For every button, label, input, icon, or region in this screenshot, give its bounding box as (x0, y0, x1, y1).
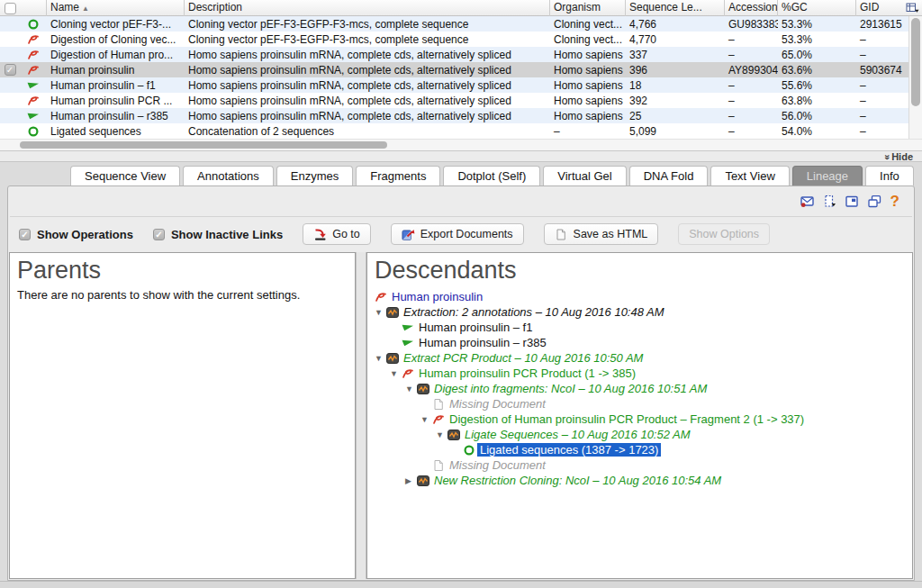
dock-window-button[interactable] (845, 194, 859, 208)
lineage-panes: Parents There are no parents to show wit… (8, 251, 914, 580)
tree-item-label: Human proinsulin – f1 (416, 321, 535, 334)
save-as-html-button[interactable]: Save as HTML (544, 223, 659, 245)
tab-text-view[interactable]: Text View (710, 166, 789, 185)
tree-item[interactable]: ▼Ligate Sequences – 10 Aug 2016 10:52 AM (371, 427, 908, 442)
row-checkbox[interactable]: ✓ (5, 64, 16, 76)
row-checkbox-cell[interactable] (0, 16, 20, 32)
tree-item-label: Extraction: 2 annotations – 10 Aug 2016 … (401, 305, 667, 319)
tree-item[interactable]: ▼Extract PCR Product – 10 Aug 2016 10:50… (371, 350, 908, 366)
tree-item-label: Human proinsulin PCR Product (1 -> 385) (416, 366, 638, 380)
tab-info[interactable]: Info (865, 166, 914, 185)
hide-bar: » Hide (0, 151, 922, 162)
row-checkbox-cell[interactable] (0, 77, 20, 93)
tree-item-icon-cell (447, 429, 462, 441)
tab-virtual-gel[interactable]: Virtual Gel (543, 166, 626, 185)
horizontal-scrollbar[interactable] (0, 139, 922, 150)
tree-item[interactable]: Human proinsulin – f1 (371, 320, 908, 335)
tree-item[interactable]: ▶New Restriction Cloning: NcoI – 10 Aug … (371, 473, 908, 488)
tree-item[interactable]: Ligated sequences (1387 -> 1723) (371, 442, 908, 457)
cell-name: Human proinsulin (47, 64, 185, 77)
row-checkbox-cell[interactable] (0, 47, 20, 62)
row-checkbox-cell[interactable]: ✓ (0, 62, 20, 77)
vertical-scrollbar[interactable] (908, 16, 922, 140)
column-settings-icon (906, 2, 919, 15)
cell-name: Cloning vector pEF-F3-... (47, 18, 185, 31)
column-header-name[interactable]: Name▲ (47, 0, 185, 16)
table-row[interactable]: Cloning vector pEF-F3-...Cloning vector … (0, 16, 922, 32)
table-row[interactable]: ✓Human proinsulinHomo sapiens proinsulin… (0, 62, 922, 77)
cell-gc: 63.8% (778, 95, 856, 107)
cell-description: Homo sapiens proinsulin mRNA, complete c… (185, 95, 550, 107)
cell-name: Ligated sequences (47, 125, 185, 138)
table-row[interactable]: Human proinsulin – r385Homo sapiens proi… (0, 108, 922, 123)
help-button[interactable]: ? (890, 193, 899, 211)
parents-title: Parents (10, 253, 355, 286)
tree-item[interactable]: ▼Human proinsulin PCR Product (1 -> 385) (371, 366, 908, 381)
hide-button[interactable]: Hide (891, 151, 913, 162)
horizontal-scrollbar-thumb[interactable] (20, 141, 387, 149)
checkbox-show-inactive-links[interactable]: ✓Show Inactive Links (153, 228, 283, 241)
cell-description: Cloning vector pEF-F3-EGFP-F3-mcs, compl… (185, 18, 550, 31)
expander-open-icon[interactable]: ▼ (375, 308, 386, 317)
duplicate-window-button[interactable] (868, 194, 881, 208)
column-header-description[interactable]: Description (185, 0, 550, 16)
header-icon-column (20, 0, 47, 16)
export-documents-button[interactable]: Export Documents (391, 223, 524, 245)
row-checkbox-cell[interactable] (0, 32, 20, 47)
table-row[interactable]: Digestion of Human pro...Homo sapiens pr… (0, 47, 922, 62)
tree-item[interactable]: ▼Digest into fragments: NcoI – 10 Aug 20… (371, 381, 908, 396)
lineage-toolbar: ✓Show Operations✓Show Inactive LinksGo t… (8, 217, 914, 251)
table-row[interactable]: Human proinsulin PCR ...Homo sapiens pro… (0, 93, 922, 108)
table-row[interactable]: Human proinsulin – f1Homo sapiens proins… (0, 77, 922, 93)
row-checkbox-cell[interactable] (0, 93, 20, 108)
column-header-length[interactable]: Sequence Le... (626, 0, 725, 16)
tree-item-icon-cell (402, 337, 416, 349)
expander-open-icon[interactable]: ▼ (436, 430, 447, 439)
tree-item[interactable]: ▼Extraction: 2 annotations – 10 Aug 2016… (371, 304, 908, 320)
linear-sequence-icon (27, 33, 40, 46)
tab-enzymes[interactable]: Enzymes (276, 166, 353, 185)
lineage-panel: ? ✓Show Operations✓Show Inactive LinksGo… (7, 185, 915, 581)
pane-divider[interactable] (356, 252, 366, 579)
column-header-gc[interactable]: %GC (778, 0, 856, 16)
tab-sequence-view[interactable]: Sequence View (70, 166, 180, 185)
row-checkbox-cell[interactable] (0, 123, 20, 139)
checkbox-box[interactable]: ✓ (153, 229, 165, 240)
cell-organism: Homo sapiens (550, 64, 626, 77)
expander-open-icon[interactable]: ▼ (390, 369, 402, 378)
column-settings-icon[interactable] (903, 1, 921, 15)
select-all-checkbox-cell[interactable] (0, 0, 20, 16)
vertical-scrollbar-thumb[interactable] (911, 18, 920, 106)
document-type-cell (20, 95, 47, 107)
column-header-accession[interactable]: Accession (725, 0, 778, 16)
checkbox-show-operations[interactable]: ✓Show Operations (19, 228, 133, 241)
tree-item[interactable]: Missing Document (371, 457, 908, 473)
table-row[interactable]: Digestion of Cloning vec...Cloning vecto… (0, 32, 922, 47)
parents-empty-message: There are no parents to show with the cu… (10, 286, 355, 303)
checkbox-box[interactable]: ✓ (19, 229, 31, 240)
tree-item-label: Ligated sequences (1387 -> 1723) (477, 443, 661, 457)
tree-item[interactable]: Missing Document (371, 396, 908, 412)
pin-document-button[interactable] (823, 194, 836, 208)
panel-icon-row: ? (10, 186, 912, 217)
tree-item[interactable]: ▼Digestion of Human proinsulin PCR Produ… (371, 412, 908, 427)
tab-dna-fold[interactable]: DNA Fold (629, 166, 709, 185)
expander-closed-icon[interactable]: ▶ (405, 476, 417, 485)
select-all-checkbox[interactable] (5, 3, 16, 14)
table-row[interactable]: Ligated sequencesConcatenation of 2 sequ… (0, 123, 922, 139)
expander-open-icon[interactable]: ▼ (405, 384, 417, 394)
row-checkbox-cell[interactable] (0, 108, 20, 123)
expander-open-icon[interactable]: ▼ (375, 354, 386, 363)
tab-fragments[interactable]: Fragments (356, 166, 440, 185)
tab-annotations[interactable]: Annotations (183, 166, 274, 185)
checkbox-label: Show Operations (37, 228, 133, 241)
tab-dotplot-self-[interactable]: Dotplot (Self) (443, 166, 540, 185)
export-icon (402, 228, 415, 241)
tree-item[interactable]: Human proinsulin – r385 (371, 335, 908, 350)
tree-item[interactable]: Human proinsulin (371, 289, 908, 304)
go-to-button[interactable]: Go to (303, 223, 371, 245)
mail-button[interactable] (800, 194, 814, 208)
column-header-organism[interactable]: Organism (550, 0, 626, 16)
tab-lineage[interactable]: Lineage (792, 166, 863, 185)
expander-open-icon[interactable]: ▼ (420, 415, 432, 424)
